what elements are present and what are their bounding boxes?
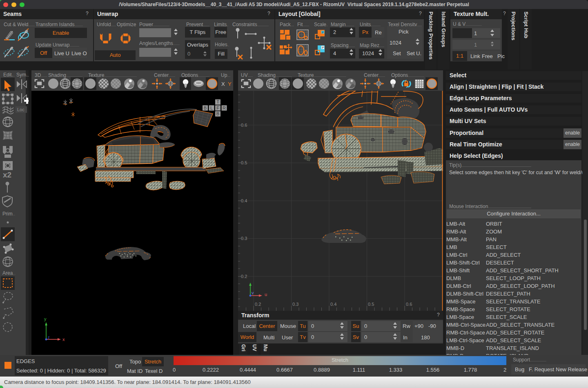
svg-text:X: X bbox=[221, 81, 225, 87]
svg-text:Loc: Loc bbox=[17, 107, 24, 112]
svg-text:Y: Y bbox=[228, 81, 232, 87]
svg-text:Prim..: Prim.. bbox=[2, 211, 15, 217]
svg-text:B: B bbox=[216, 111, 219, 116]
svg-text:0.5: 0.5 bbox=[241, 160, 247, 165]
svg-text:F: F bbox=[216, 105, 219, 110]
svg-text:0.6: 0.6 bbox=[406, 302, 412, 307]
svg-text:x: x bbox=[62, 337, 65, 342]
svg-text:z: z bbox=[48, 335, 50, 339]
svg-text:v: v bbox=[252, 290, 254, 295]
svg-text:0.6: 0.6 bbox=[241, 123, 247, 128]
svg-text:B: B bbox=[204, 105, 207, 110]
svg-text:0.5: 0.5 bbox=[368, 302, 374, 307]
svg-text:0.3: 0.3 bbox=[241, 236, 247, 241]
svg-text:u: u bbox=[265, 292, 267, 297]
svg-text:T: T bbox=[216, 99, 219, 104]
svg-text:Area..: Area.. bbox=[2, 270, 16, 276]
svg-text:L: L bbox=[210, 105, 213, 110]
svg-text:P: P bbox=[322, 31, 324, 34]
svg-text:0.4: 0.4 bbox=[330, 302, 336, 307]
svg-text:P: P bbox=[322, 46, 324, 49]
svg-text:y: y bbox=[44, 316, 47, 321]
svg-text:R: R bbox=[223, 105, 226, 110]
svg-text:0.2: 0.2 bbox=[255, 302, 261, 307]
svg-text:0.4: 0.4 bbox=[241, 198, 247, 203]
svg-text:0.2: 0.2 bbox=[241, 274, 247, 279]
svg-text:0.3: 0.3 bbox=[292, 302, 298, 307]
svg-text:x2: x2 bbox=[3, 170, 11, 179]
